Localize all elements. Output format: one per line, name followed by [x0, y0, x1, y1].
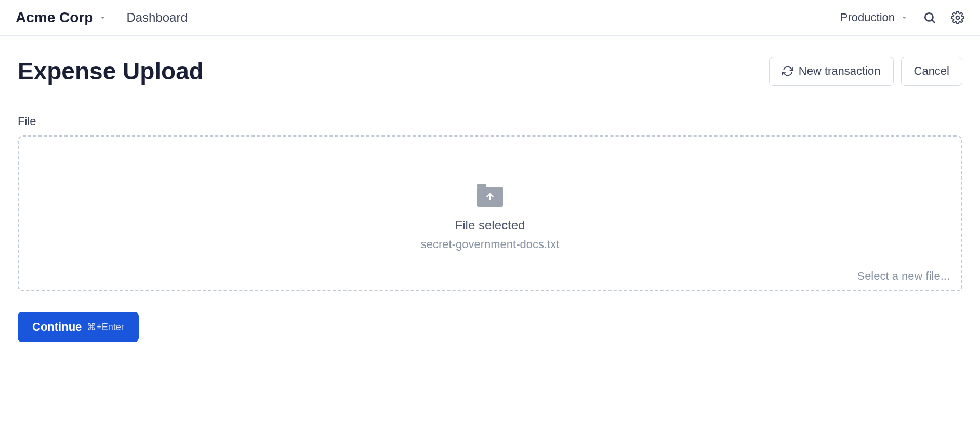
chevron-down-icon [900, 13, 908, 22]
continue-shortcut: ⌘+Enter [87, 321, 124, 333]
nav-dashboard[interactable]: Dashboard [126, 10, 187, 25]
cancel-label: Cancel [914, 64, 949, 78]
org-selector[interactable]: Acme Corp [16, 9, 108, 26]
header-actions: New transaction Cancel [769, 57, 962, 86]
environment-label: Production [840, 11, 895, 24]
main-container: Expense Upload New transaction Cancel Fi… [0, 36, 980, 363]
environment-selector[interactable]: Production [840, 11, 908, 24]
refresh-icon [782, 65, 793, 77]
svg-line-1 [932, 20, 935, 23]
settings-button[interactable] [951, 11, 964, 24]
search-button[interactable] [923, 11, 936, 24]
file-field-label: File [18, 115, 962, 128]
org-name: Acme Corp [16, 9, 93, 26]
continue-button[interactable]: Continue ⌘+Enter [18, 312, 139, 342]
gear-icon [951, 11, 964, 24]
continue-label: Continue [32, 320, 82, 334]
file-name: secret-government-docs.txt [421, 238, 560, 251]
page-header: Expense Upload New transaction Cancel [18, 57, 962, 86]
file-field: File File selected secret-government-doc… [18, 115, 962, 291]
select-new-file-link[interactable]: Select a new file... [857, 269, 950, 283]
new-transaction-label: New transaction [799, 64, 881, 78]
top-bar: Acme Corp Dashboard Production [0, 0, 980, 36]
file-dropzone[interactable]: File selected secret-government-docs.txt… [18, 135, 962, 291]
chevron-down-icon [98, 13, 108, 22]
file-status-label: File selected [455, 218, 525, 233]
upload-folder-icon [477, 187, 503, 207]
top-bar-right: Production [840, 11, 964, 24]
svg-point-2 [956, 16, 960, 20]
cancel-button[interactable]: Cancel [901, 57, 962, 86]
new-transaction-button[interactable]: New transaction [769, 57, 894, 86]
page-title: Expense Upload [18, 57, 204, 85]
top-bar-left: Acme Corp Dashboard [16, 9, 188, 26]
search-icon [923, 11, 936, 24]
